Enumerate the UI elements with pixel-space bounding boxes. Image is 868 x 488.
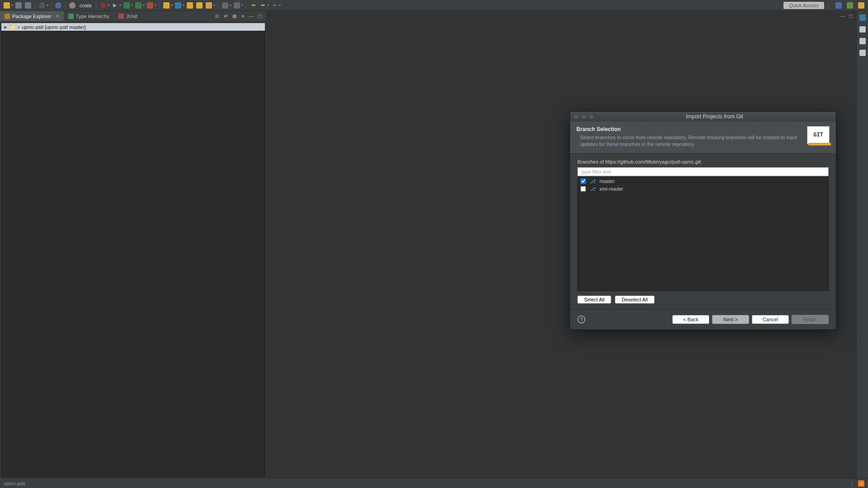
toggle-mark-dropdown[interactable]: ▾ [241, 3, 243, 7]
branch-checkbox[interactable] [580, 178, 586, 184]
view-menu-icon[interactable]: ▾ [239, 13, 246, 20]
help-icon[interactable]: ? [577, 315, 585, 324]
left-tab-bar: Package Explorer ✕ Type Hierarchy JUnit … [0, 11, 266, 22]
link-editor-icon[interactable]: ⇄ [222, 13, 229, 20]
branches-label: Branches of https://github.com/Misteryag… [577, 159, 829, 164]
dialog-header: Branch Selection Select branches to clon… [570, 122, 836, 154]
tab-junit[interactable]: JUnit [114, 11, 142, 21]
search-dropdown[interactable]: ▾ [230, 3, 231, 7]
skip-breakpoints-icon[interactable] [54, 1, 62, 9]
debug-icon[interactable]: 🐞 [99, 1, 107, 9]
junit-icon [118, 14, 124, 19]
task-list-icon[interactable] [859, 14, 867, 22]
problems-icon[interactable] [859, 37, 867, 45]
branch-icon: ⎇ [590, 186, 596, 192]
dialog-title: Import Projects from Git [597, 113, 832, 120]
new-wizard-dropdown[interactable]: ▾ [11, 3, 13, 7]
import-git-dialog: Import Projects from Git Branch Selectio… [570, 111, 836, 330]
toggle-mark-icon[interactable] [233, 1, 241, 9]
main-toolbar: ▾ ▾ coala 🐞 ▾ ▶ ▾ ▾ ▾ ▾ ▾ ▾ ▾ ▾ ▾ ⬅ ⬅ ▾ … [0, 0, 868, 11]
tab-package-explorer[interactable]: Package Explorer ✕ [0, 11, 64, 21]
window-zoom-icon[interactable] [589, 114, 594, 119]
forward-icon[interactable]: ➡ [270, 1, 278, 9]
dialog-body: Branches of https://github.com/Misteryag… [570, 154, 836, 309]
new-package-icon[interactable] [162, 1, 170, 9]
left-panel: Package Explorer ✕ Type Hierarchy JUnit … [0, 11, 267, 478]
branch-icon: ⎇ [590, 178, 596, 184]
package-explorer-tree[interactable]: ▶ 📁 > upmc-pstl [upmc-pstl master] [1, 23, 265, 477]
maximize-view-icon[interactable]: ▢ [256, 13, 264, 20]
quick-access-input[interactable]: Quick Access [783, 2, 824, 9]
tree-project-row[interactable]: ▶ 📁 > upmc-pstl [upmc-pstl master] [1, 23, 265, 31]
back-icon[interactable]: ⬅ [259, 1, 267, 9]
open-perspective-icon[interactable] [835, 1, 843, 9]
coverage-dropdown[interactable]: ▾ [131, 3, 133, 7]
save-all-icon[interactable] [24, 1, 32, 9]
next-button[interactable]: Next > [712, 315, 749, 324]
right-trim [856, 11, 868, 478]
debug-dropdown[interactable]: ▾ [108, 3, 109, 7]
branch-checkbox[interactable] [580, 186, 586, 192]
focus-task-icon[interactable]: ▦ [231, 13, 238, 20]
java-perspective-icon[interactable] [846, 1, 854, 9]
coala-label[interactable]: coala [78, 3, 93, 8]
branch-label: xml-reader [599, 186, 623, 192]
run-last-dropdown[interactable]: ▾ [143, 3, 145, 7]
prev-edit-icon[interactable]: ⬅ [249, 1, 257, 9]
status-bar: upmc-pstl ⋮ ⌁ [0, 478, 868, 488]
coverage-icon[interactable] [123, 1, 131, 9]
branch-row-master[interactable]: ⎇ master [578, 178, 828, 185]
minimize-view-icon[interactable]: — [248, 13, 255, 20]
tab-label: Type Hierarchy [76, 14, 109, 19]
back-dropdown[interactable]: ▾ [267, 3, 269, 7]
window-minimize-icon[interactable] [581, 114, 586, 119]
close-icon[interactable]: ✕ [56, 14, 59, 19]
bug-icon[interactable] [38, 1, 46, 9]
open-type-dropdown[interactable]: ▾ [213, 3, 215, 7]
outline-icon[interactable] [859, 25, 867, 33]
ext-tools-dropdown[interactable]: ▾ [155, 3, 156, 7]
dialog-titlebar[interactable]: Import Projects from Git [570, 112, 836, 122]
collapse-all-icon[interactable]: ⊟ [213, 13, 221, 20]
new-wizard-icon[interactable] [3, 1, 11, 9]
finish-button: Finish [792, 315, 829, 324]
coala-icon[interactable] [68, 1, 76, 9]
package-explorer-icon [5, 14, 10, 19]
branch-list[interactable]: ⎇ master ⎇ xml-reader [577, 177, 829, 291]
tab-type-hierarchy[interactable]: Type Hierarchy [64, 11, 114, 21]
open-type-icon[interactable] [205, 1, 213, 9]
run-icon[interactable]: ▶ [111, 1, 119, 9]
external-tools-icon[interactable] [146, 1, 154, 9]
bug-dropdown[interactable]: ▾ [47, 3, 48, 7]
main-area: Package Explorer ✕ Type Hierarchy JUnit … [0, 11, 868, 478]
new-package-dropdown[interactable]: ▾ [171, 3, 173, 7]
minimize-editor-icon[interactable]: — [840, 13, 846, 19]
status-menu-icon[interactable]: ⋮ [849, 480, 854, 487]
new-file-icon[interactable] [195, 1, 203, 9]
select-all-button[interactable]: Select All [577, 296, 611, 304]
rss-icon[interactable]: ⌁ [858, 480, 864, 487]
new-folder-icon[interactable] [186, 1, 194, 9]
deselect-all-button[interactable]: Deselect All [615, 296, 654, 304]
save-icon[interactable] [14, 1, 23, 9]
git-perspective-icon[interactable] [857, 1, 865, 9]
back-button[interactable]: < Back [672, 315, 709, 324]
maximize-editor-icon[interactable]: ▢ [847, 13, 854, 19]
search-icon[interactable] [221, 1, 229, 9]
dialog-heading: Branch Selection [576, 126, 802, 132]
new-class-dropdown[interactable]: ▾ [183, 3, 184, 7]
tab-label: Package Explorer [12, 14, 52, 19]
run-last-icon[interactable] [134, 1, 142, 9]
expand-arrow-icon[interactable]: ▶ [4, 25, 7, 29]
type-hierarchy-icon [68, 14, 74, 19]
branch-filter-input[interactable] [577, 167, 829, 176]
run-dropdown[interactable]: ▾ [119, 3, 121, 7]
clipboard-icon[interactable] [859, 49, 867, 57]
new-class-icon[interactable] [174, 1, 182, 9]
window-close-icon[interactable] [574, 114, 579, 119]
project-chevron: > [17, 24, 20, 30]
cancel-button[interactable]: Cancel [752, 315, 789, 324]
branch-row-xml-reader[interactable]: ⎇ xml-reader [578, 185, 828, 193]
dialog-description: Select branches to clone from remote rep… [576, 134, 802, 148]
forward-dropdown[interactable]: ▾ [279, 3, 281, 7]
